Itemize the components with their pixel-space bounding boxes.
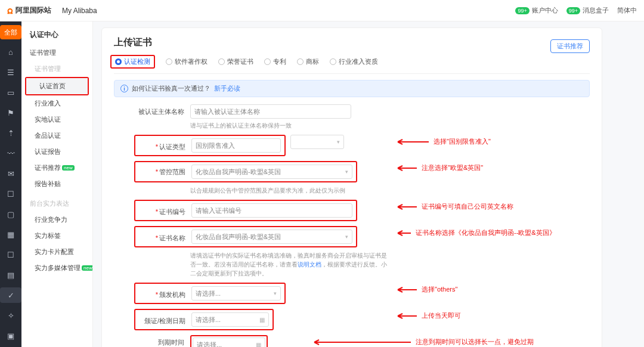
cert-name-label: *证书名称 <box>139 231 185 243</box>
calendar-icon: ▦ <box>259 317 265 323</box>
page-title: 上传证书 <box>114 36 590 49</box>
sidebar-group-cert[interactable]: 证书管理 <box>21 45 92 61</box>
annotation-cert-type: 选择"国别限售准入" <box>394 137 491 146</box>
new-tag-icon: new <box>62 165 75 171</box>
annotation-issuer: 选择"others" <box>394 285 457 294</box>
tab-trademark[interactable]: 商标 <box>297 57 319 66</box>
issuer-select[interactable]: 请选择...▾ <box>191 286 281 300</box>
placeholder-text: 请输入证书编号 <box>196 206 242 215</box>
rail-flag-icon[interactable]: ⚑ <box>0 105 21 120</box>
tab-industry[interactable]: 行业准入资质 <box>330 57 378 66</box>
sidebar-item-gold[interactable]: 金品认证 <box>21 128 92 144</box>
notice-link[interactable]: 新手必读 <box>214 84 240 93</box>
recommend-button[interactable]: 证书推荐 <box>550 39 590 53</box>
sidebar-item-onsite[interactable]: 实地认证 <box>21 111 92 128</box>
sidebar-item-industry[interactable]: 行业准入 <box>21 95 92 111</box>
msg-box-link[interactable]: 99+ 消息盒子 <box>566 6 609 15</box>
notice-text: 如何让证书验真一次通过？ <box>132 84 210 93</box>
scope-select[interactable]: 化妆品自我声明函-欧盟&英国▾ <box>191 165 352 179</box>
lang-label: 简体中 <box>617 6 637 15</box>
tab-label: 荣誉证书 <box>227 57 253 66</box>
sidebar-item-tags[interactable]: 实力标签 <box>21 228 92 244</box>
rail-doc-icon[interactable]: ▤ <box>0 267 21 283</box>
logo-text: 阿里国际站 <box>16 5 51 16</box>
sidebar-group-express: 前台实力表达 <box>21 196 92 212</box>
annotation-issue-date: 上传当天即可 <box>394 311 461 320</box>
tab-label: 认证检测 <box>124 57 150 66</box>
brand-title: My Alibaba <box>62 7 97 15</box>
scope-help: 以合规规则公告中管控范围及产品要求为准，此处仅为示例 <box>190 186 351 195</box>
sidebar-item-report[interactable]: 认证报告 <box>21 144 92 160</box>
expire-label: 到期时间 <box>138 335 184 347</box>
user-center-label: 账户中心 <box>532 6 558 15</box>
sidebar-title: 认证中心 <box>21 25 92 45</box>
sidebar-item-recommend[interactable]: 证书推荐new <box>21 160 92 176</box>
cert-name-help-link[interactable]: 说明文档 <box>298 261 321 268</box>
rail-all[interactable]: 全部 <box>0 25 21 39</box>
radio-icon <box>264 58 271 65</box>
cert-no-input[interactable]: 请输入证书编号 <box>191 203 352 218</box>
rail-chat-icon[interactable]: ☐ <box>0 186 21 202</box>
tab-patent[interactable]: 专利 <box>264 57 286 66</box>
rail-grid-icon[interactable]: ▦ <box>0 227 21 242</box>
calendar-icon: ▦ <box>256 342 261 348</box>
chevron-down-icon: ▾ <box>337 139 340 145</box>
subject-help: 请与证书上的被认证主体名称保持一致 <box>190 121 351 130</box>
chevron-down-icon: ▾ <box>345 234 348 240</box>
user-center-link[interactable]: 99+ 账户中心 <box>515 6 558 15</box>
msg-box-label: 消息盒子 <box>583 6 609 15</box>
rail-more-icon[interactable]: ▣ <box>0 328 21 343</box>
sidebar-item-cards[interactable]: 实力卡片配置 <box>21 244 92 260</box>
tab-label: 软件著作权 <box>175 57 208 66</box>
sidebar-item-cert-home[interactable]: 认证首页 <box>26 78 88 94</box>
badge-icon: 99+ <box>566 7 580 14</box>
sidebar-item-compete[interactable]: 行业竞争力 <box>21 212 92 228</box>
logo[interactable]: ᘯ 阿里国际站 <box>7 5 51 16</box>
rail-bag-icon[interactable]: ☐ <box>0 247 21 262</box>
main-content: 上传证书 证书推荐 认证检测 软件著作权 荣誉证书 专利 商标 行业准入资质 i… <box>93 21 644 347</box>
sidebar-item-subsidy[interactable]: 报告补贴 <box>21 176 92 192</box>
select-value: 化妆品自我声明函-欧盟&英国 <box>196 233 281 241</box>
annotation-scope: 注意选择"欧盟&英国" <box>394 163 483 172</box>
cert-name-select[interactable]: 化妆品自我声明函-欧盟&英国▾ <box>191 230 352 244</box>
annotation-cert-name: 证书名称选择《化妆品自我声明函--欧盟&英国》 <box>394 228 556 237</box>
rail-shop-icon[interactable]: ☰ <box>0 64 21 80</box>
expire-date-input[interactable]: 请选择...▦ <box>193 337 265 347</box>
sidebar-item-cert-manage[interactable]: 证书管理 <box>21 61 92 77</box>
tab-software[interactable]: 软件著作权 <box>166 57 208 66</box>
issue-date-input[interactable]: 请选择...▦ <box>191 312 269 327</box>
tab-label: 商标 <box>306 57 319 66</box>
cert-type-sub-select[interactable]: ▾ <box>290 135 344 149</box>
annotation-expire: 注意到期时间可以选择长一点，避免过期 <box>311 337 534 346</box>
radio-icon <box>115 58 122 65</box>
select-value: 国别限售准入 <box>196 141 235 150</box>
annotation-cert-no: 证书编号可填自己公司英文名称 <box>394 202 513 211</box>
rail-card-icon[interactable]: ▭ <box>0 85 21 100</box>
badge-icon: 99+ <box>515 7 529 14</box>
select-value: 化妆品自我声明函-欧盟&英国 <box>196 168 281 176</box>
tab-honor[interactable]: 荣誉证书 <box>218 57 253 66</box>
rail-msg-icon[interactable]: ✉ <box>0 166 21 181</box>
rail-box-icon[interactable]: ▢ <box>0 206 21 222</box>
sidebar: 认证中心 证书管理 证书管理 认证首页 行业准入 实地认证 金品认证 认证报告 … <box>21 21 93 347</box>
cert-type-select[interactable]: 国别限售准入 <box>191 138 281 153</box>
placeholder-text: 请输入被认证主体名称 <box>194 107 260 116</box>
rail-wave-icon[interactable]: 〰 <box>0 145 21 161</box>
cert-form: 被认证主体名称 请输入被认证主体名称 请与证书上的被认证主体名称保持一致 *认证… <box>114 104 590 347</box>
subject-label: 被认证主体名称 <box>138 104 184 116</box>
upload-card: 上传证书 证书推荐 认证检测 软件著作权 荣誉证书 专利 商标 行业准入资质 i… <box>101 27 602 347</box>
sidebar-item-media[interactable]: 实力多媒体管理new <box>21 260 92 276</box>
tab-label: 专利 <box>273 57 286 66</box>
lang-switch[interactable]: 简体中 <box>617 6 637 15</box>
radio-icon <box>218 58 225 65</box>
issuer-label: *颁发机构 <box>139 287 185 299</box>
rail-chart-icon[interactable]: ⇡ <box>0 125 21 141</box>
subject-input[interactable]: 请输入被认证主体名称 <box>190 104 351 119</box>
rail-shield-icon[interactable]: ✓ <box>0 287 21 303</box>
help-notice: i 如何让证书验真一次通过？ 新手必读 <box>114 80 590 97</box>
issue-date-label: 颁证/检测日期 <box>139 314 185 326</box>
rail-home-icon[interactable]: ⌂ <box>0 44 21 60</box>
rail-star-icon[interactable]: ✧ <box>0 308 21 323</box>
radio-icon <box>297 58 304 65</box>
tab-cert-check[interactable]: 认证检测 <box>115 57 150 66</box>
